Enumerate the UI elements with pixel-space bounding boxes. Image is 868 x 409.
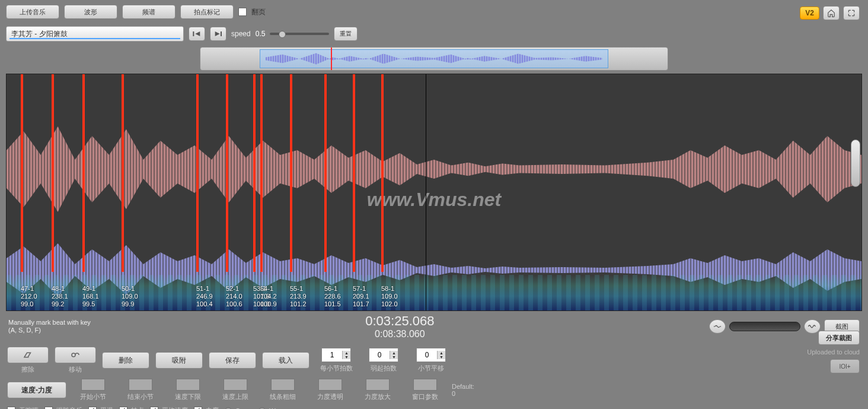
- erase-label: 擦除: [7, 365, 49, 374]
- playhead-line[interactable]: [426, 74, 426, 310]
- beat-marker-line[interactable]: [290, 74, 292, 272]
- beat-label-column: 55-1213.9101.2: [290, 285, 326, 308]
- hint-text: Manually mark beat with key (A, S, D, F): [8, 319, 91, 334]
- start-bar-label: 开始小节: [72, 392, 114, 401]
- overview-playhead[interactable]: [331, 47, 332, 70]
- move-button[interactable]: [55, 347, 96, 363]
- upbeats-input[interactable]: [369, 351, 390, 359]
- header-right-controls: V2: [800, 6, 860, 20]
- beat-marker-line[interactable]: [381, 74, 384, 272]
- dyn-alpha-label: 力度透明: [309, 392, 351, 401]
- params-row: 速度-力度 开始小节 结束小节 速度下限 速度上限 线条粗细 力度透明 力度放大…: [7, 379, 861, 401]
- line-width-input[interactable]: [271, 379, 295, 391]
- play-bar: 李其芳 - 夕阳箫鼓 speed 0.5 重置: [0, 24, 868, 44]
- tempo-low-input[interactable]: [176, 379, 200, 391]
- erase-button[interactable]: [7, 347, 49, 363]
- default-label: Default:: [452, 383, 474, 390]
- beat-marker-line[interactable]: [52, 74, 54, 272]
- tempo-high-label: 速度上限: [215, 392, 256, 401]
- load-button[interactable]: 载入: [262, 352, 309, 369]
- share-column: 分享裁图 Uploaded to cloud IOI+: [807, 331, 860, 373]
- time-bar: Manually mark beat with key (A, S, D, F)…: [0, 311, 868, 342]
- end-bar-label: 结束小节: [120, 392, 161, 401]
- beat-marker-line[interactable]: [21, 74, 23, 272]
- checkbox-row: 无喀嗒 跟随音乐 平滑 拍点 平均速度 力度 Curve Worm: [7, 406, 861, 409]
- flip-page-checkbox[interactable]: [238, 8, 247, 16]
- line-width-label: 线条粗细: [262, 392, 304, 401]
- beat-marker-line[interactable]: [253, 74, 256, 272]
- fullscreen-icon[interactable]: [843, 6, 860, 20]
- save-button[interactable]: 保存: [209, 352, 256, 369]
- track-title-field[interactable]: 李其芳 - 夕阳箫鼓: [6, 26, 184, 42]
- top-toolbar: 上传音乐 波形 频谱 拍点标记 翻页: [0, 0, 868, 24]
- beat-label-column: 50-1109.099.9: [122, 285, 157, 308]
- overview-waveform[interactable]: [200, 47, 668, 71]
- up-arrow-icon[interactable]: ▲: [342, 351, 350, 355]
- previous-button[interactable]: [189, 27, 205, 41]
- beats-per-bar-spinner[interactable]: ▲▼: [321, 348, 351, 362]
- move-label: 移动: [55, 365, 96, 374]
- window-params-input[interactable]: [413, 379, 437, 391]
- upbeats-spinner[interactable]: ▲▼: [369, 348, 398, 362]
- beat-marker-line[interactable]: [353, 74, 355, 272]
- beat-marker-line[interactable]: [226, 74, 228, 272]
- snap-button[interactable]: 吸附: [155, 352, 203, 369]
- flip-page-label: 翻页: [251, 7, 266, 17]
- play-button[interactable]: [210, 27, 226, 41]
- dynamics-label: 力度: [206, 406, 219, 409]
- beat-marker-line[interactable]: [260, 74, 263, 272]
- up-arrow-icon[interactable]: ▲: [437, 351, 445, 355]
- beat-marker-line[interactable]: [196, 74, 199, 272]
- beat-marker-line[interactable]: [324, 74, 327, 272]
- bar-offset-input[interactable]: [417, 351, 437, 359]
- vertical-scroll-thumb[interactable]: [851, 139, 860, 187]
- dyn-zoom-label: 力度放大: [357, 392, 398, 401]
- ioi-button[interactable]: IOI+: [830, 359, 860, 373]
- tempo-high-input[interactable]: [224, 379, 247, 391]
- version-badge: V2: [800, 7, 819, 20]
- main-waveform-panel[interactable]: www.Vmus.net 47-1212.099.048-1238.199.24…: [6, 74, 862, 311]
- waveform-button[interactable]: 波形: [64, 5, 117, 19]
- home-icon[interactable]: [823, 6, 840, 20]
- beat-marker-line[interactable]: [82, 74, 85, 272]
- beat-checkbox[interactable]: [119, 407, 127, 410]
- beat-mark-button[interactable]: 拍点标记: [180, 5, 234, 19]
- noclick-checkbox[interactable]: [7, 407, 15, 410]
- avg-tempo-checkbox[interactable]: [150, 407, 158, 410]
- reset-speed-button[interactable]: 重置: [334, 27, 358, 41]
- beats-per-bar-label: 每小节拍数: [315, 364, 357, 373]
- up-arrow-icon[interactable]: ▲: [390, 351, 398, 355]
- down-arrow-icon[interactable]: ▼: [437, 355, 445, 359]
- dynamics-checkbox[interactable]: [194, 407, 202, 410]
- follow-checkbox[interactable]: [44, 407, 53, 410]
- dyn-alpha-input[interactable]: [318, 379, 342, 391]
- upload-music-button[interactable]: 上传音乐: [6, 5, 59, 19]
- zoom-out-icon[interactable]: [709, 319, 726, 334]
- end-bar-input[interactable]: [129, 379, 152, 391]
- beat-label: 拍点: [131, 406, 144, 409]
- down-arrow-icon[interactable]: ▼: [390, 355, 398, 359]
- speed-value: 0.5: [256, 30, 266, 38]
- beat-marker-line[interactable]: [122, 74, 124, 272]
- edit-tools-row: 擦除 移动 删除 吸附 保存 载入 ▲▼ 每小节拍数 ▲▼ 弱起拍数: [7, 347, 861, 374]
- hint-line2: (A, S, D, F): [8, 326, 91, 334]
- beats-per-bar-input[interactable]: [322, 351, 342, 359]
- down-arrow-icon[interactable]: ▼: [342, 355, 350, 359]
- share-crop-button[interactable]: 分享裁图: [818, 331, 860, 345]
- avg-tempo-label: 平均速度: [162, 406, 188, 409]
- tempo-dynamics-button[interactable]: 速度-力度: [7, 382, 66, 398]
- smooth-checkbox[interactable]: [88, 407, 97, 410]
- dyn-zoom-input[interactable]: [366, 379, 390, 391]
- bar-offset-spinner[interactable]: ▲▼: [416, 348, 446, 362]
- current-time: 0:03:25.068: [365, 313, 434, 329]
- total-time: 0:08:38.060: [365, 329, 434, 340]
- spectrum-button[interactable]: 频谱: [122, 5, 175, 19]
- speed-slider[interactable]: [270, 33, 329, 35]
- start-bar-input[interactable]: [81, 379, 105, 391]
- curve-radio[interactable]: [225, 407, 232, 410]
- follow-label: 跟随音乐: [56, 406, 82, 409]
- delete-button[interactable]: 删除: [102, 352, 149, 369]
- worm-radio[interactable]: [259, 407, 266, 410]
- zoom-slider[interactable]: [729, 322, 800, 331]
- curve-label: Curve: [235, 407, 253, 410]
